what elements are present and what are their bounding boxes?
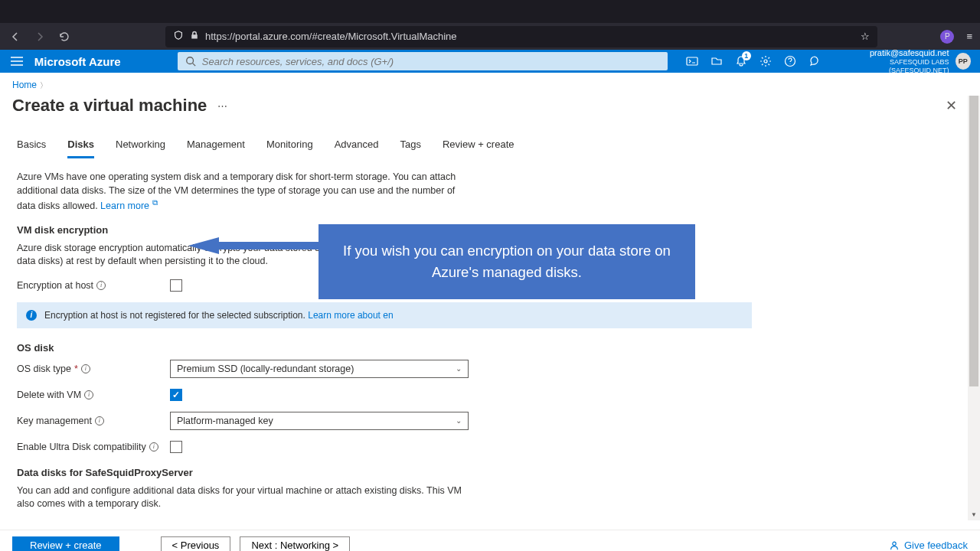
account-menu[interactable]: pratik@safesquid.net SAFESQUID LABS (SAF… [827, 48, 980, 75]
content-area: Basics Disks Networking Management Monit… [0, 125, 980, 530]
scroll-down-arrow[interactable]: ▼ [968, 508, 980, 520]
tab-advanced[interactable]: Advanced [335, 135, 379, 158]
help-icon[interactable] [778, 50, 802, 73]
account-email: pratik@safesquid.net [836, 48, 949, 58]
svg-point-0 [187, 57, 194, 64]
info-icon[interactable]: i [84, 390, 93, 399]
give-feedback-link[interactable]: Give feedback [889, 540, 968, 551]
forward-button[interactable] [32, 29, 47, 44]
annotation-callout: If you wish you can encryption on your d… [318, 224, 695, 299]
tab-management[interactable]: Management [187, 135, 245, 158]
cloud-shell-icon[interactable] [680, 50, 704, 73]
info-icon[interactable]: i [149, 442, 158, 452]
tab-review[interactable]: Review + create [443, 135, 514, 158]
tab-tags[interactable]: Tags [400, 135, 420, 158]
browser-menu-icon[interactable]: ≡ [966, 31, 972, 42]
search-icon [185, 56, 196, 67]
back-button[interactable] [8, 29, 23, 44]
notification-badge: 1 [742, 51, 751, 60]
info-banner-link[interactable]: Learn more about en [308, 310, 393, 321]
review-create-button[interactable]: Review + create [12, 536, 119, 552]
browser-toolbar: https://portal.azure.com/#create/Microso… [0, 23, 980, 50]
feedback-person-icon [889, 540, 900, 551]
learn-more-link[interactable]: Learn more ⧉ [100, 201, 157, 211]
tab-networking[interactable]: Networking [116, 135, 165, 158]
info-banner-text: Encryption at host is not registered for… [44, 310, 305, 321]
breadcrumb: Home〉 [0, 73, 980, 93]
azure-brand[interactable]: Microsoft Azure [34, 55, 178, 68]
bookmark-icon[interactable]: ☆ [861, 31, 870, 42]
delete-with-vm-label: Delete with VM i [17, 390, 170, 400]
callout-arrow [188, 237, 320, 254]
menu-button[interactable] [0, 50, 34, 73]
info-icon[interactable]: i [96, 281, 106, 290]
chevron-down-icon: ⌄ [456, 364, 462, 373]
search-box[interactable] [178, 52, 668, 70]
reload-button[interactable] [57, 29, 72, 44]
delete-with-vm-checkbox[interactable] [170, 389, 182, 401]
close-button[interactable]: ✕ [941, 93, 962, 119]
scrollbar-thumb[interactable] [969, 96, 978, 386]
data-disk-desc: You can add and configure additional dat… [17, 484, 476, 511]
scrollbar-track[interactable] [968, 96, 980, 520]
info-circle-icon: i [26, 310, 37, 321]
more-actions-icon[interactable]: ⋯ [217, 100, 227, 112]
settings-icon[interactable] [753, 50, 778, 73]
info-icon[interactable]: i [81, 364, 90, 373]
section-data-heading: Data disks for SafeSquidProxyServer [17, 467, 963, 478]
chevron-down-icon: ⌄ [456, 416, 462, 425]
previous-button[interactable]: < Previous [161, 536, 231, 552]
ultra-disk-checkbox[interactable] [170, 441, 182, 453]
encryption-at-host-label: Encryption at host i [17, 280, 170, 291]
key-management-select[interactable]: Platform-managed key ⌄ [170, 412, 469, 430]
svg-marker-4 [188, 237, 320, 254]
key-management-label: Key management i [17, 416, 170, 426]
browser-tab-bar [0, 0, 980, 23]
os-disk-type-select[interactable]: Premium SSD (locally-redundant storage) … [170, 360, 469, 378]
shield-icon [173, 30, 184, 43]
encryption-at-host-checkbox[interactable] [170, 279, 182, 292]
url-text: https://portal.azure.com/#create/Microso… [205, 31, 457, 42]
tab-monitoring[interactable]: Monitoring [266, 135, 313, 158]
select-value: Platform-managed key [177, 416, 273, 426]
browser-profile-icon[interactable]: P [940, 30, 954, 44]
page-title: Create a virtual machine [12, 96, 207, 116]
next-button[interactable]: Next : Networking > [240, 536, 350, 552]
ultra-disk-label: Enable Ultra Disk compatibility i [17, 442, 170, 452]
section-os-heading: OS disk [17, 342, 963, 354]
info-banner: i Encryption at host is not registered f… [17, 302, 752, 328]
feedback-icon[interactable] [802, 50, 827, 73]
svg-rect-1 [687, 57, 697, 65]
azure-top-bar: Microsoft Azure 1 pratik@safesquid.net S… [0, 50, 980, 73]
intro-text: Azure VMs have one operating system disk… [17, 171, 476, 214]
address-bar[interactable]: https://portal.azure.com/#create/Microso… [165, 26, 877, 47]
info-icon[interactable]: i [95, 416, 104, 425]
lock-icon [190, 31, 199, 42]
notifications-icon[interactable]: 1 [729, 50, 753, 73]
chevron-right-icon: 〉 [40, 81, 47, 90]
directories-icon[interactable] [704, 50, 729, 73]
svg-point-2 [764, 60, 767, 63]
wizard-footer: Review + create < Previous Next : Networ… [0, 530, 980, 551]
account-org: SAFESQUID LABS (SAFESQUID.NET) [836, 58, 949, 75]
search-input[interactable] [202, 56, 660, 67]
avatar: PP [956, 53, 972, 70]
breadcrumb-home[interactable]: Home [12, 80, 37, 90]
external-link-icon: ⧉ [152, 198, 158, 207]
os-disk-type-label: OS disk type * i [17, 364, 170, 374]
svg-point-5 [893, 542, 896, 545]
tab-disks[interactable]: Disks [67, 135, 94, 158]
tab-basics[interactable]: Basics [17, 135, 46, 158]
wizard-tabs: Basics Disks Networking Management Monit… [17, 135, 963, 158]
select-value: Premium SSD (locally-redundant storage) [177, 364, 354, 374]
